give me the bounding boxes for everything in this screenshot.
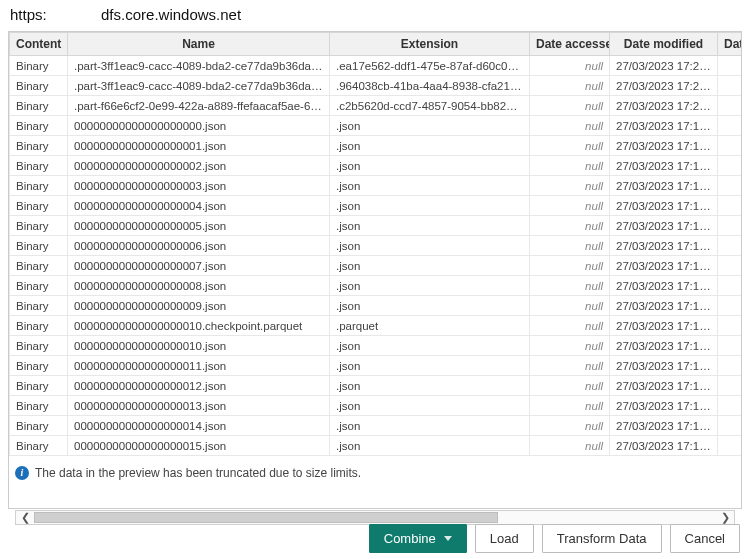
cell-date-c — [718, 256, 742, 276]
cell-date-accessed: null — [530, 416, 610, 436]
cell-extension: .964038cb-41ba-4aa4-8938-cfa21930555b — [330, 76, 530, 96]
cell-name: 00000000000000000009.json — [68, 296, 330, 316]
table-row[interactable]: Binary00000000000000000009.json.jsonnull… — [10, 296, 742, 316]
table-row[interactable]: Binary00000000000000000000.json.jsonnull… — [10, 116, 742, 136]
cell-date-modified: 27/03/2023 17:19:29 — [610, 156, 718, 176]
cell-extension: .json — [330, 276, 530, 296]
cell-date-accessed: null — [530, 336, 610, 356]
table-row[interactable]: Binary.part-f66e6cf2-0e99-422a-a889-ffef… — [10, 96, 742, 116]
combine-button[interactable]: Combine — [369, 524, 467, 553]
table-row[interactable]: Binary.part-3ff1eac9-cacc-4089-bda2-ce77… — [10, 56, 742, 76]
cell-extension: .json — [330, 256, 530, 276]
table-row[interactable]: Binary00000000000000000007.json.jsonnull… — [10, 256, 742, 276]
table-row[interactable]: Binary00000000000000000006.json.jsonnull… — [10, 236, 742, 256]
load-button[interactable]: Load — [475, 524, 534, 553]
cell-extension: .json — [330, 436, 530, 456]
cell-date-accessed: null — [530, 356, 610, 376]
cell-content: Binary — [10, 256, 68, 276]
cell-date-c — [718, 136, 742, 156]
cell-date-c — [718, 156, 742, 176]
table-row[interactable]: Binary00000000000000000005.json.jsonnull… — [10, 216, 742, 236]
cell-extension: .json — [330, 376, 530, 396]
scroll-track[interactable] — [34, 511, 716, 524]
cell-date-modified: 27/03/2023 17:19:39 — [610, 256, 718, 276]
cell-date-accessed: null — [530, 296, 610, 316]
cell-content: Binary — [10, 436, 68, 456]
cell-name: .part-f66e6cf2-0e99-422a-a889-ffefaacaf5… — [68, 96, 330, 116]
col-content[interactable]: Content — [10, 33, 68, 56]
cell-date-accessed: null — [530, 276, 610, 296]
cell-name: .part-3ff1eac9-cacc-4089-bda2-ce77da9b36… — [68, 56, 330, 76]
table-row[interactable]: Binary00000000000000000010.checkpoint.pa… — [10, 316, 742, 336]
cell-extension: .json — [330, 116, 530, 136]
col-name[interactable]: Name — [68, 33, 330, 56]
cell-name: 00000000000000000011.json — [68, 356, 330, 376]
cell-date-c — [718, 76, 742, 96]
horizontal-scrollbar[interactable]: ❮ ❯ — [15, 510, 735, 525]
table-row[interactable]: Binary00000000000000000015.json.jsonnull… — [10, 436, 742, 456]
scroll-left-button[interactable]: ❮ — [16, 511, 34, 524]
cell-content: Binary — [10, 416, 68, 436]
cell-date-modified: 27/03/2023 17:21:04 — [610, 56, 718, 76]
cell-extension: .json — [330, 176, 530, 196]
cell-extension: .json — [330, 216, 530, 236]
cell-date-modified: 27/03/2023 17:19:33 — [610, 196, 718, 216]
table-row[interactable]: Binary.part-3ff1eac9-cacc-4089-bda2-ce77… — [10, 76, 742, 96]
col-date-accessed[interactable]: Date accessed — [530, 33, 610, 56]
cell-date-c — [718, 336, 742, 356]
cell-date-c — [718, 316, 742, 336]
table-row[interactable]: Binary00000000000000000010.json.jsonnull… — [10, 336, 742, 356]
cell-date-c — [718, 276, 742, 296]
cell-date-c — [718, 396, 742, 416]
action-buttons: Combine Load Transform Data Cancel — [369, 524, 740, 553]
cell-content: Binary — [10, 276, 68, 296]
table-row[interactable]: Binary00000000000000000008.json.jsonnull… — [10, 276, 742, 296]
url-bar: https: dfs.core.windows.net — [0, 0, 750, 31]
col-date-modified[interactable]: Date modified — [610, 33, 718, 56]
cell-date-modified: 27/03/2023 17:21:26 — [610, 76, 718, 96]
cell-content: Binary — [10, 176, 68, 196]
table-row[interactable]: Binary00000000000000000011.json.jsonnull… — [10, 356, 742, 376]
cell-extension: .json — [330, 136, 530, 156]
table-row[interactable]: Binary00000000000000000014.json.jsonnull… — [10, 416, 742, 436]
table-row[interactable]: Binary00000000000000000004.json.jsonnull… — [10, 196, 742, 216]
cell-date-modified: 27/03/2023 17:19:35 — [610, 216, 718, 236]
cancel-button[interactable]: Cancel — [670, 524, 740, 553]
transform-data-button[interactable]: Transform Data — [542, 524, 662, 553]
cell-content: Binary — [10, 216, 68, 236]
cell-name: 00000000000000000010.json — [68, 336, 330, 356]
cell-date-c — [718, 296, 742, 316]
cell-content: Binary — [10, 156, 68, 176]
cell-date-modified: 27/03/2023 17:19:26 — [610, 116, 718, 136]
table-row[interactable]: Binary00000000000000000003.json.jsonnull… — [10, 176, 742, 196]
table-row[interactable]: Binary00000000000000000002.json.jsonnull… — [10, 156, 742, 176]
cell-extension: .json — [330, 296, 530, 316]
info-text: The data in the preview has been truncat… — [35, 466, 361, 480]
scroll-thumb[interactable] — [34, 512, 498, 523]
cell-date-modified: 27/03/2023 17:19:31 — [610, 176, 718, 196]
cell-extension: .c2b5620d-ccd7-4857-9054-bb826d79604b — [330, 96, 530, 116]
cell-content: Binary — [10, 376, 68, 396]
table-row[interactable]: Binary00000000000000000012.json.jsonnull… — [10, 376, 742, 396]
cell-name: 00000000000000000012.json — [68, 376, 330, 396]
col-extension[interactable]: Extension — [330, 33, 530, 56]
cell-content: Binary — [10, 196, 68, 216]
scroll-right-button[interactable]: ❯ — [716, 511, 734, 524]
cell-extension: .ea17e562-ddf1-475e-87af-d60c0ebc64e4 — [330, 56, 530, 76]
cell-date-accessed: null — [530, 76, 610, 96]
table-row[interactable]: Binary00000000000000000013.json.jsonnull… — [10, 396, 742, 416]
col-date-c[interactable]: Date c — [718, 33, 742, 56]
cell-date-c — [718, 436, 742, 456]
cell-date-modified: 27/03/2023 17:19:54 — [610, 416, 718, 436]
cell-date-modified: 27/03/2023 17:19:43 — [610, 296, 718, 316]
cell-date-modified: 27/03/2023 17:19:47 — [610, 356, 718, 376]
cell-name: 00000000000000000004.json — [68, 196, 330, 216]
cell-extension: .json — [330, 416, 530, 436]
cell-date-c — [718, 96, 742, 116]
cell-date-modified: 27/03/2023 17:19:41 — [610, 276, 718, 296]
cell-date-accessed: null — [530, 96, 610, 116]
table-row[interactable]: Binary00000000000000000001.json.jsonnull… — [10, 136, 742, 156]
cell-content: Binary — [10, 396, 68, 416]
cell-date-modified: 27/03/2023 17:19:49 — [610, 376, 718, 396]
cell-content: Binary — [10, 296, 68, 316]
